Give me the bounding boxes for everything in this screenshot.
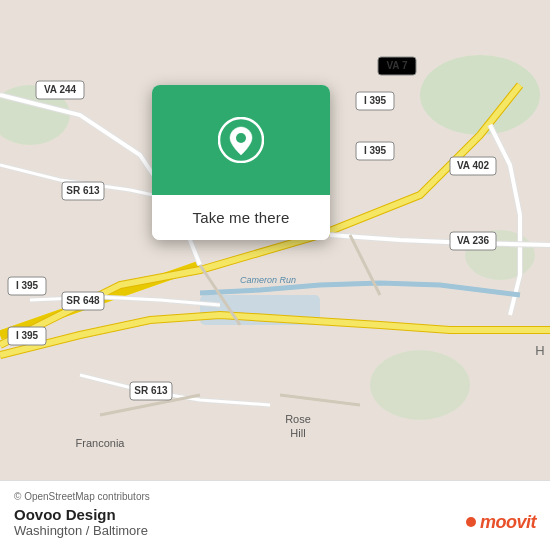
svg-text:H: H [535, 343, 544, 358]
location-name: Oovoo Design [14, 506, 148, 523]
svg-point-3 [370, 350, 470, 420]
location-pin-icon [218, 117, 264, 163]
popup-card: Take me there [152, 85, 330, 240]
moovit-brand-text: moovit [480, 512, 536, 533]
moovit-dot-icon [466, 517, 476, 527]
svg-text:SR 648: SR 648 [66, 295, 100, 306]
svg-text:VA 244: VA 244 [44, 84, 77, 95]
map-attribution: © OpenStreetMap contributors [14, 491, 536, 502]
moovit-logo: moovit [466, 512, 536, 533]
location-region: Washington / Baltimore [14, 523, 148, 538]
svg-point-40 [236, 133, 246, 143]
svg-text:VA 402: VA 402 [457, 160, 490, 171]
svg-text:I 395: I 395 [364, 95, 387, 106]
svg-point-1 [420, 55, 540, 135]
map-svg: VA 7 VA 244 I 395 I 395 VA 402 SR 613 VA… [0, 0, 550, 550]
svg-text:Hill: Hill [290, 427, 305, 439]
bottom-bar: © OpenStreetMap contributors Oovoo Desig… [0, 480, 550, 550]
svg-text:I 395: I 395 [16, 280, 39, 291]
svg-text:Rose: Rose [285, 413, 311, 425]
location-info: Oovoo Design Washington / Baltimore [14, 506, 148, 538]
svg-text:Cameron Run: Cameron Run [240, 275, 296, 285]
map-container: VA 7 VA 244 I 395 I 395 VA 402 SR 613 VA… [0, 0, 550, 550]
svg-text:Franconia: Franconia [76, 437, 126, 449]
svg-text:I 395: I 395 [364, 145, 387, 156]
svg-text:I 395: I 395 [16, 330, 39, 341]
svg-text:SR 613: SR 613 [66, 185, 100, 196]
popup-header [152, 85, 330, 195]
svg-text:VA 7: VA 7 [386, 60, 408, 71]
svg-text:VA 236: VA 236 [457, 235, 490, 246]
svg-text:SR 613: SR 613 [134, 385, 168, 396]
take-me-there-button[interactable]: Take me there [152, 195, 330, 240]
